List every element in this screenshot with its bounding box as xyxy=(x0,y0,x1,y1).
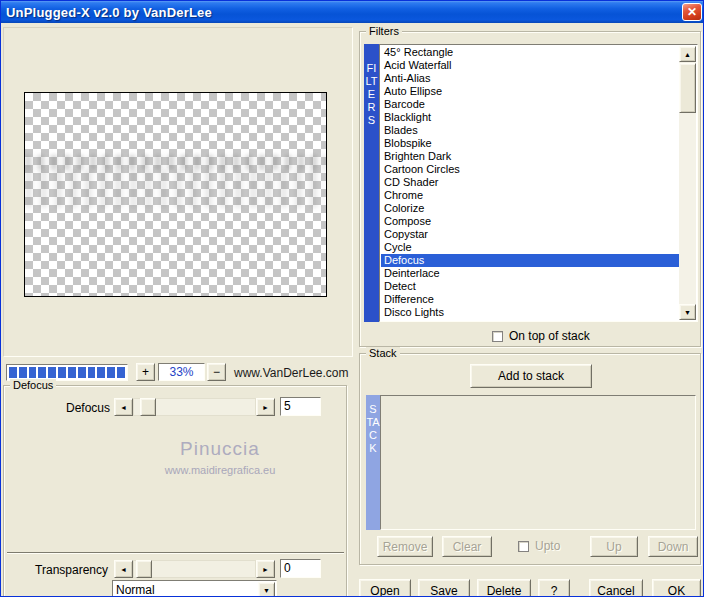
transparency-slider-label: Transparency xyxy=(32,563,108,577)
filter-list-item[interactable]: Disco Lights xyxy=(381,306,679,319)
filter-list-item[interactable]: 45° Rectangle xyxy=(381,46,679,59)
progress-segment xyxy=(38,367,46,378)
blurred-preview-content xyxy=(25,155,326,170)
transparency-value-input[interactable]: 0 xyxy=(280,559,321,578)
filters-group: Filters FILTERS 45° RectangleAcid Waterf… xyxy=(359,31,701,347)
scrollbar-thumb[interactable] xyxy=(679,63,696,113)
stack-group: Stack Add to stack STACK Remove Clear Up… xyxy=(359,353,701,565)
filters-vertical-label: FILTERS xyxy=(364,44,379,322)
progress-segment xyxy=(78,367,86,378)
filter-list-item[interactable]: Distortion xyxy=(381,319,679,320)
chevron-down-icon[interactable]: ▼ xyxy=(258,582,275,597)
clear-button[interactable]: Clear xyxy=(442,536,492,557)
filter-list-item[interactable]: Acid Waterfall xyxy=(381,59,679,72)
preview-image[interactable] xyxy=(24,92,327,297)
defocus-value-input[interactable]: 5 xyxy=(280,397,321,416)
progress-segment xyxy=(68,367,76,378)
defocus-group-label: Defocus xyxy=(10,379,56,391)
progress-segment xyxy=(107,367,115,378)
remove-button[interactable]: Remove xyxy=(377,536,433,557)
progress-segment xyxy=(29,367,37,378)
preview-panel xyxy=(3,27,353,357)
save-button[interactable]: Save xyxy=(418,579,470,597)
transparency-slider-right-arrow[interactable]: ► xyxy=(256,560,275,578)
stack-list[interactable] xyxy=(380,395,696,530)
ok-button[interactable]: OK xyxy=(652,579,701,597)
delete-button[interactable]: Delete xyxy=(477,579,531,597)
transparency-slider-track[interactable] xyxy=(133,560,256,578)
progress-segment xyxy=(58,367,66,378)
filter-list-item[interactable]: Cycle xyxy=(381,241,679,254)
filters-list-rows: 45° RectangleAcid WaterfallAnti-AliasAut… xyxy=(381,46,679,320)
progress-segment xyxy=(9,367,17,378)
blend-mode-select[interactable]: Normal ▼ xyxy=(112,580,277,597)
progress-segment xyxy=(48,367,56,378)
vendor-link: www.VanDerLee.com xyxy=(234,366,349,380)
filter-list-item[interactable]: Cartoon Circles xyxy=(381,163,679,176)
watermark-url: www.maidiregrafica.eu xyxy=(100,464,340,476)
progress-segment xyxy=(117,367,125,378)
filter-list-item[interactable]: Chrome xyxy=(381,189,679,202)
add-to-stack-button[interactable]: Add to stack xyxy=(470,364,592,388)
scroll-down-icon[interactable]: ▼ xyxy=(679,304,696,320)
filter-list-item[interactable]: Defocus xyxy=(381,254,679,267)
filter-list-item[interactable]: Blacklight xyxy=(381,111,679,124)
open-button[interactable]: Open xyxy=(359,579,411,597)
cancel-button[interactable]: Cancel xyxy=(589,579,643,597)
filter-list-item[interactable]: Brighten Dark xyxy=(381,150,679,163)
progress-segment xyxy=(97,367,105,378)
progress-segment xyxy=(88,367,96,378)
filter-list-item[interactable]: Blobspike xyxy=(381,137,679,150)
stack-vertical-label: STACK xyxy=(366,395,380,530)
filter-list-item[interactable]: Compose xyxy=(381,215,679,228)
blend-mode-value: Normal xyxy=(116,583,155,597)
stack-group-label: Stack xyxy=(366,347,400,359)
filter-list-item[interactable]: Anti-Alias xyxy=(381,72,679,85)
on-top-of-stack-row: On top of stack xyxy=(492,329,590,343)
defocus-slider-left-arrow[interactable]: ◄ xyxy=(114,398,133,416)
filter-list-item[interactable]: Detect xyxy=(381,280,679,293)
filters-list: 45° RectangleAcid WaterfallAnti-AliasAut… xyxy=(379,44,698,322)
close-icon[interactable]: ✕ xyxy=(682,3,702,21)
up-button[interactable]: Up xyxy=(590,536,638,557)
filter-list-item[interactable]: Blades xyxy=(381,124,679,137)
filter-list-item[interactable]: Colorize xyxy=(381,202,679,215)
defocus-group: Defocus Defocus ◄ ► 5 Pinuccia www.maidi… xyxy=(3,385,347,597)
transparency-slider-left-arrow[interactable]: ◄ xyxy=(114,560,133,578)
filter-list-item[interactable]: Barcode xyxy=(381,98,679,111)
on-top-of-stack-checkbox[interactable] xyxy=(492,331,503,342)
filter-list-item[interactable]: CD Shader xyxy=(381,176,679,189)
filter-list-item[interactable]: Difference xyxy=(381,293,679,306)
window-title: UnPlugged-X v2.0 by VanDerLee xyxy=(1,5,212,20)
transparency-slider-thumb[interactable] xyxy=(136,560,152,578)
watermark-title: Pinuccia xyxy=(100,438,340,460)
progress-segment xyxy=(19,367,27,378)
zoom-level: 33% xyxy=(158,363,205,381)
down-button[interactable]: Down xyxy=(648,536,698,557)
filters-scrollbar[interactable]: ▲ ▼ xyxy=(679,46,696,320)
upto-row: Upto xyxy=(518,539,560,553)
filter-list-item[interactable]: Deinterlace xyxy=(381,267,679,280)
defocus-slider-label: Defocus xyxy=(34,401,110,415)
defocus-slider-right-arrow[interactable]: ► xyxy=(256,398,275,416)
defocus-slider-thumb[interactable] xyxy=(140,398,156,416)
upto-label: Upto xyxy=(535,539,560,553)
defocus-slider-track[interactable] xyxy=(133,398,256,416)
zoom-out-button[interactable]: − xyxy=(207,363,226,381)
filters-group-label: Filters xyxy=(366,25,402,37)
plugin-dialog: UnPlugged-X v2.0 by VanDerLee ✕ + 33% − … xyxy=(0,0,704,597)
filter-list-item[interactable]: Auto Ellipse xyxy=(381,85,679,98)
title-bar: UnPlugged-X v2.0 by VanDerLee ✕ xyxy=(1,1,704,23)
help-button[interactable]: ? xyxy=(538,579,570,597)
separator-line xyxy=(7,552,344,554)
scroll-up-icon[interactable]: ▲ xyxy=(679,46,696,62)
filter-list-item[interactable]: Copystar xyxy=(381,228,679,241)
upto-checkbox[interactable] xyxy=(518,541,529,552)
on-top-of-stack-label: On top of stack xyxy=(509,329,590,343)
zoom-in-button[interactable]: + xyxy=(136,363,155,381)
blurred-preview-content xyxy=(25,170,326,208)
